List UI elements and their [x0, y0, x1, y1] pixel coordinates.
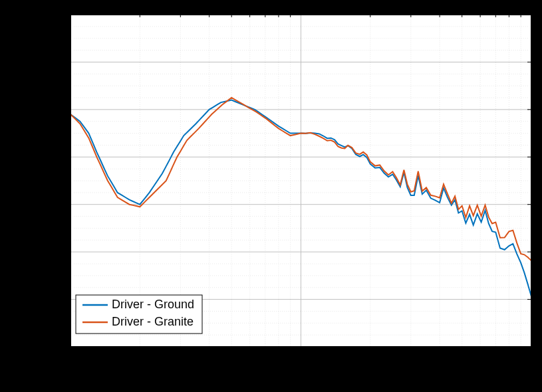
legend-label: Driver - Granite	[112, 315, 194, 328]
y-tick-label: 0	[57, 56, 63, 68]
svg-text:3: 3	[307, 349, 313, 361]
y-tick-label: -20	[47, 104, 63, 116]
y-tick-label: -100	[41, 294, 63, 306]
x-tick-label: 10	[295, 355, 307, 366]
x-tick-label: 10	[64, 355, 76, 366]
y-tick-label: -40	[47, 151, 63, 163]
legend-label: Driver - Ground	[112, 298, 194, 311]
y-tick-label: -120	[41, 342, 63, 353]
y-tick-label: -80	[47, 246, 63, 258]
y-tick-label: -60	[47, 199, 63, 211]
y-axis-label: Amplitude [dB/Hz]	[8, 128, 23, 234]
y-tick-label: 20	[51, 9, 63, 21]
svg-text:2: 2	[76, 349, 82, 361]
x-tick-label: 10	[525, 355, 537, 366]
x-axis-label: Frequency [Hz]	[256, 368, 346, 383]
svg-text:4: 4	[537, 349, 542, 361]
